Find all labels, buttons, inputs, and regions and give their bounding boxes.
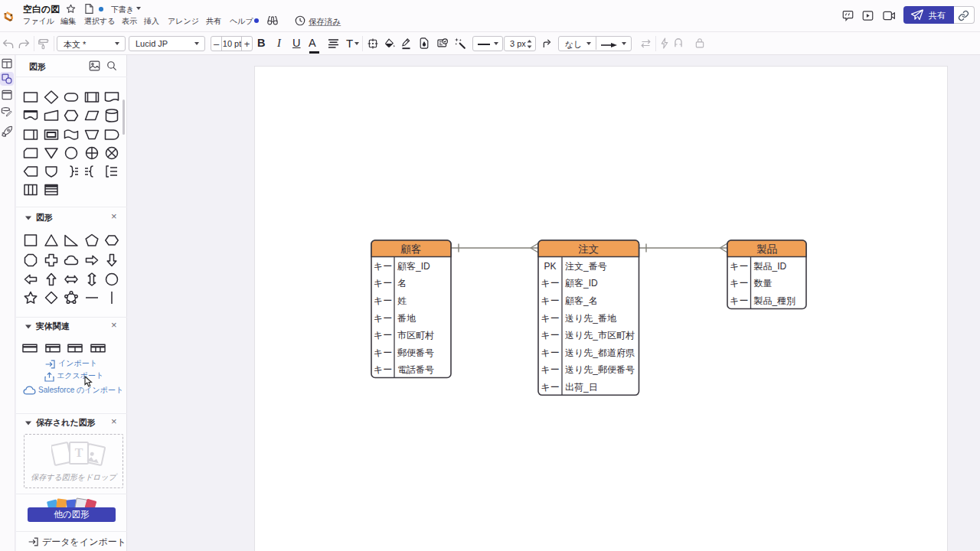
svg-text:番地: 番地 <box>397 312 416 323</box>
svg-text:電話番号: 電話番号 <box>397 364 434 375</box>
svg-text:キー: キー <box>374 312 392 323</box>
svg-text:姓: 姓 <box>397 295 407 306</box>
svg-text:送り先_市区町村: 送り先_市区町村 <box>565 330 635 341</box>
svg-text:製品_種別: 製品_種別 <box>754 295 796 306</box>
svg-text:キー: キー <box>541 278 559 289</box>
svg-text:郵便番号: 郵便番号 <box>397 347 434 357</box>
svg-text:出荷_日: 出荷_日 <box>565 382 598 393</box>
svg-text:送り先_都道府県: 送り先_都道府県 <box>565 347 635 357</box>
svg-text:キー: キー <box>541 312 559 323</box>
svg-text:製品: 製品 <box>756 243 777 254</box>
svg-text:キー: キー <box>374 295 392 306</box>
svg-text:キー: キー <box>541 295 559 306</box>
svg-text:顧客_ID: 顧客_ID <box>565 278 598 289</box>
svg-text:T: T <box>75 446 83 459</box>
svg-text:市区町村: 市区町村 <box>397 330 434 341</box>
svg-text:顧客_ID: 顧客_ID <box>397 260 430 271</box>
svg-text:送り先_郵便番号: 送り先_郵便番号 <box>565 364 635 375</box>
svg-text:キー: キー <box>374 347 392 357</box>
svg-text:名: 名 <box>397 278 407 289</box>
svg-text:キー: キー <box>730 295 748 306</box>
svg-text:送り先_番地: 送り先_番地 <box>565 312 617 323</box>
svg-text:キー: キー <box>541 382 559 393</box>
svg-text:注文_番号: 注文_番号 <box>565 260 607 271</box>
svg-text:キー: キー <box>541 347 559 357</box>
svg-text:製品_ID: 製品_ID <box>754 260 787 271</box>
svg-text:キー: キー <box>374 330 392 341</box>
svg-text:キー: キー <box>374 278 392 289</box>
svg-text:キー: キー <box>730 260 748 271</box>
svg-text:数量: 数量 <box>754 278 773 289</box>
svg-text:キー: キー <box>730 278 748 289</box>
svg-text:キー: キー <box>374 260 392 271</box>
svg-text:キー: キー <box>541 364 559 375</box>
svg-text:顧客: 顧客 <box>400 243 422 254</box>
svg-text:キー: キー <box>374 364 392 375</box>
svg-text:顧客_名: 顧客_名 <box>565 295 598 306</box>
svg-text:PK: PK <box>544 260 556 271</box>
svg-text:キー: キー <box>541 330 559 341</box>
svg-text:注文: 注文 <box>578 243 599 254</box>
